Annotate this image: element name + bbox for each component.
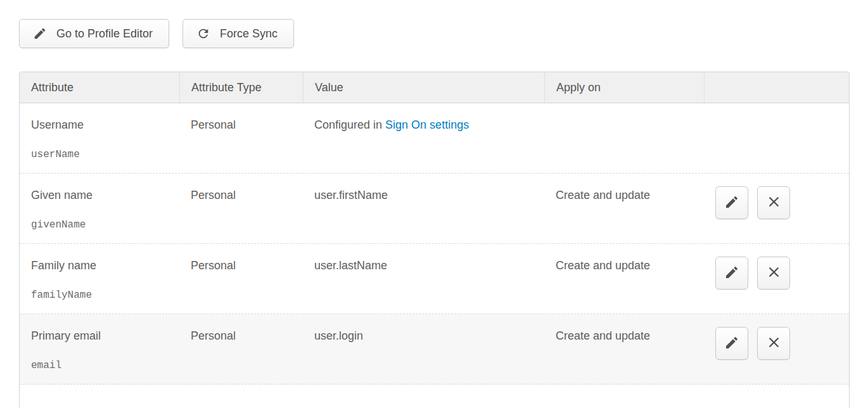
attribute-type-cell: Personal <box>179 103 303 173</box>
edit-attribute-button[interactable] <box>715 257 748 290</box>
refresh-icon <box>196 27 210 41</box>
attribute-label: Username <box>31 118 173 132</box>
attribute-cell: Primary email email <box>20 314 179 384</box>
pencil-icon <box>724 194 739 212</box>
attribute-type-cell: Personal <box>179 314 303 384</box>
close-icon <box>767 265 781 281</box>
table-row: Given name givenName Personal user.first… <box>20 174 849 244</box>
actions-cell <box>704 314 849 384</box>
attribute-cell: Family name familyName <box>20 244 179 314</box>
delete-attribute-button[interactable] <box>757 327 790 360</box>
attribute-cell: Username userName <box>20 103 179 173</box>
apply-on-cell: Create and update <box>544 244 704 314</box>
attribute-variable: email <box>31 359 173 373</box>
value-prefix: Configured in <box>314 118 385 131</box>
close-icon <box>767 336 781 351</box>
attribute-type-cell: Personal <box>179 244 303 314</box>
value-cell: user.firstName <box>303 174 544 243</box>
table-row: Username userName Personal Configured in… <box>20 103 849 174</box>
value-cell: user.login <box>303 314 544 384</box>
table-row: Family name familyName Personal user.las… <box>20 244 849 314</box>
attribute-variable: userName <box>31 148 173 162</box>
value-cell: Configured in Sign On settings <box>303 103 544 173</box>
actions-cell <box>704 174 849 243</box>
table-header-row: Attribute Attribute Type Value Apply on <box>20 72 849 103</box>
edit-attribute-button[interactable] <box>715 186 748 219</box>
table-row-partial <box>20 385 849 408</box>
delete-attribute-button[interactable] <box>757 186 790 219</box>
value-cell: user.lastName <box>303 244 544 314</box>
delete-attribute-button[interactable] <box>757 257 790 290</box>
go-to-profile-editor-button[interactable]: Go to Profile Editor <box>19 19 169 48</box>
header-actions <box>704 72 849 103</box>
apply-on-cell: Create and update <box>544 314 704 384</box>
attribute-type-cell: Personal <box>179 174 303 243</box>
force-sync-button[interactable]: Force Sync <box>182 19 294 48</box>
close-icon <box>767 195 781 210</box>
header-value: Value <box>303 72 544 103</box>
header-attribute-type: Attribute Type <box>179 72 303 103</box>
edit-attribute-button[interactable] <box>715 327 748 360</box>
actions-cell <box>704 103 849 173</box>
attribute-label: Family name <box>31 259 173 272</box>
header-apply-on: Apply on <box>544 72 704 103</box>
attribute-label: Given name <box>31 189 173 202</box>
attribute-variable: givenName <box>31 219 173 232</box>
actions-cell <box>704 244 849 314</box>
table-row: Primary email email Personal user.login … <box>20 314 849 385</box>
pencil-icon <box>724 265 739 282</box>
attribute-label: Primary email <box>31 329 173 343</box>
attribute-mapping-table: Attribute Attribute Type Value Apply on … <box>19 72 850 408</box>
toolbar: Go to Profile Editor Force Sync <box>19 19 294 48</box>
attribute-variable: familyName <box>31 289 173 302</box>
apply-on-cell <box>544 103 704 173</box>
force-sync-label: Force Sync <box>220 27 278 41</box>
pencil-icon <box>33 27 47 41</box>
apply-on-cell: Create and update <box>544 174 704 243</box>
go-to-profile-editor-label: Go to Profile Editor <box>56 27 153 41</box>
sign-on-settings-link[interactable]: Sign On settings <box>385 118 469 131</box>
header-attribute: Attribute <box>20 72 179 103</box>
attribute-cell: Given name givenName <box>20 174 179 243</box>
pencil-icon <box>724 335 739 352</box>
